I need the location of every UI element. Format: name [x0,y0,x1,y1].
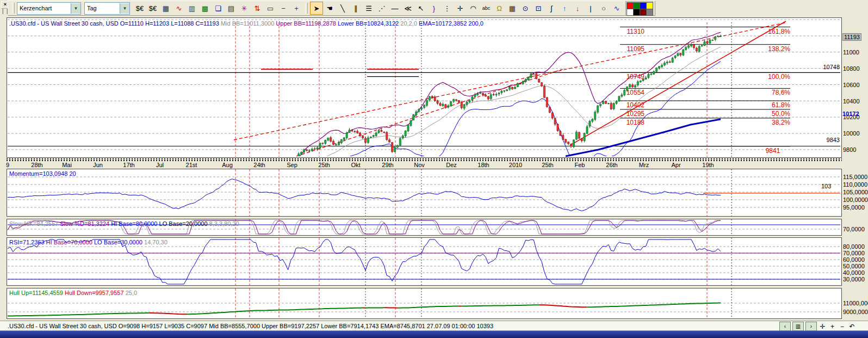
zoom-in-button[interactable]: + [828,322,836,330]
zigzag-tool-button[interactable]: ∿ [610,2,623,15]
scroll-left-button[interactable]: ‹ [779,322,791,331]
toolbar-grip[interactable] [2,9,8,14]
rsi-panel[interactable]: RSI=71,2363 HI Base=70,0000 LO Base=30,0… [7,237,842,286]
zoom-out-button[interactable]: − [838,322,846,330]
momentum-panel[interactable]: Momentum=103,0948 20 [7,169,842,217]
rsi-axis-label: 80,0000 [843,243,865,250]
chevron-down-icon[interactable]: ▼ [120,3,129,14]
speed-lines-button[interactable]: ≪ [401,2,414,15]
momentum-axis-label: 110,0000 [843,181,867,188]
date-axis-label: 25th [542,162,553,168]
arrow-down-marker-button[interactable]: ↓ [571,2,584,15]
gann-fan-button[interactable]: ⋰ [375,2,388,15]
scroll-right-button[interactable]: › [805,322,817,331]
zoom-window-button[interactable]: ⊡ [532,2,545,15]
horizontal-line-icon: ― [392,4,399,13]
zoom-in-plus-button[interactable]: + [290,2,303,15]
parallel-lines-button[interactable]: ∥ [349,2,362,15]
chart-title-part: EMA=10172,3852 200,0 [417,20,483,27]
rsi-axis-label: 50,0000 [843,263,865,269]
momentum-axis-label: 95,0000 [843,204,865,211]
status-buttons: ‹▥›✛+−↶ [779,322,856,331]
ellipse-tool-button[interactable]: ○ [597,2,610,15]
dotted-vertical-lines-icon: ⋮ [444,4,451,13]
date-axis-label: Okt [351,162,360,168]
main-chart-panel[interactable]: .US30.cfd - US Wall Street 30 cash, USD … [7,17,842,158]
arrow-up-marker-button[interactable]: ↑ [558,2,571,15]
fibonacci-price-label: 10749 [609,73,644,80]
stochastic-panel[interactable]: Slow %K=84,2557 Slow %D=81,3224 HI Base=… [7,219,842,236]
freehand-button[interactable]: ∫ [545,2,558,15]
text-tool-button[interactable]: abc [480,2,493,15]
momentum-plot[interactable] [7,169,841,216]
chart-histogram-icon: ▥ [189,4,195,13]
workspace-save-button[interactable]: ❏ [212,2,225,15]
calculator-button[interactable]: ▦ [506,2,519,15]
print-button[interactable]: ▤ [225,2,238,15]
fibonacci-extension-icon: } [433,4,435,13]
chart-template-button[interactable]: ▩ [199,2,212,15]
toolbar-grip[interactable] [12,3,15,14]
price-axis-label: 11000 [843,49,859,56]
date-axis-label: 26th [606,162,617,168]
alarm-bell-button[interactable]: Ω [493,2,506,15]
vertical-line-button[interactable]: | [584,2,597,15]
toolbar-grip[interactable] [305,3,308,14]
dropdown-timeframe[interactable]: Tag▼ [84,2,130,15]
screen-setup-button[interactable]: ▭ [264,2,277,15]
date-axis-label: 25th [318,162,330,168]
effects-spray-button[interactable]: ✳ [238,2,251,15]
price-currency-1-button[interactable]: $€ [133,2,146,15]
chart-view-button[interactable]: ▥ [792,322,804,331]
date-axis-label: 9 [6,162,9,168]
move-mode-button[interactable]: ✛ [819,322,827,330]
horizontal-line-button[interactable]: ― [388,2,401,15]
dotted-horizontal-lines-button[interactable]: ☰ [362,2,375,15]
hull-legend: Hull Up=11145,4559 Hull Down=9957,9557 2… [9,290,137,296]
palette-swatch[interactable] [646,9,653,16]
date-axis-label: 19th [702,162,714,168]
zoom-out-minus-button[interactable]: − [277,2,290,15]
crosshair-button[interactable]: ✛ [454,2,467,15]
trendline-red-solid [570,21,786,145]
chart-title-part: Upper BB=11198,2878 [274,20,336,27]
date-axis-label: Jun [93,162,103,168]
stochastic-legend-part: HI Base=80,0000 [109,220,157,227]
arrow-down-marker-icon: ↓ [576,4,580,13]
fibonacci-extension-button[interactable]: } [427,2,441,15]
signals-button[interactable]: ⇅ [251,2,264,15]
fibonacci-arcs-button[interactable]: ◠ [467,2,480,15]
fibonacci-price-label: 10554 [609,89,644,96]
momentum-legend: Momentum=103,0948 20 [9,170,76,177]
alarm-bell-icon: Ω [497,4,502,13]
dropdown-chart-type[interactable]: Kerzenchart▼ [17,2,81,15]
date-axis-label: Sep [287,162,297,168]
momentum-axis-label: 100,0000 [843,196,868,203]
fibonacci-retracement-button[interactable]: ↖ [414,2,427,15]
chart-histogram-button[interactable]: ▥ [185,2,199,15]
dotted-vertical-lines-button[interactable]: ⋮ [441,2,454,15]
zoom-in-plus-icon: + [294,4,299,13]
pan-hand-button[interactable]: ☚ [323,2,336,15]
price-currency-2-button[interactable]: $€ [146,2,159,15]
hull-panel[interactable]: Hull Up=11145,4559 Hull Down=9957,9557 2… [7,288,842,319]
chevron-down-icon[interactable]: ▼ [71,3,80,14]
fibonacci-percent-label: 38,2% [753,119,790,126]
fibonacci-percent-label: 78,6% [753,89,790,96]
ellipse-tool-icon: ○ [602,4,606,13]
grid-toggle-button[interactable]: ▦ [159,2,172,15]
date-axis-label: Dez [446,162,457,168]
grid-toggle-icon: ▦ [163,4,169,13]
rsi-axis-label: 70,0000 [843,250,865,256]
momentum-axis-label: 105,0000 [843,189,868,195]
date-axis-label: 17th [123,162,134,168]
cursor-button[interactable]: ➤ [310,2,323,15]
price-axis-label: 9800 [843,146,856,153]
gann-fan-icon: ⋰ [379,4,386,13]
trendline-button[interactable]: ╲ [336,2,349,15]
main-chart-plot[interactable] [7,18,841,157]
undo-button[interactable]: ↶ [848,322,856,330]
zoom-lens-button[interactable]: ⊙ [519,2,532,15]
momentum-legend-part: Momentum=103,0948 20 [9,170,76,177]
indicator-curve-button[interactable]: ∿ [172,2,185,15]
